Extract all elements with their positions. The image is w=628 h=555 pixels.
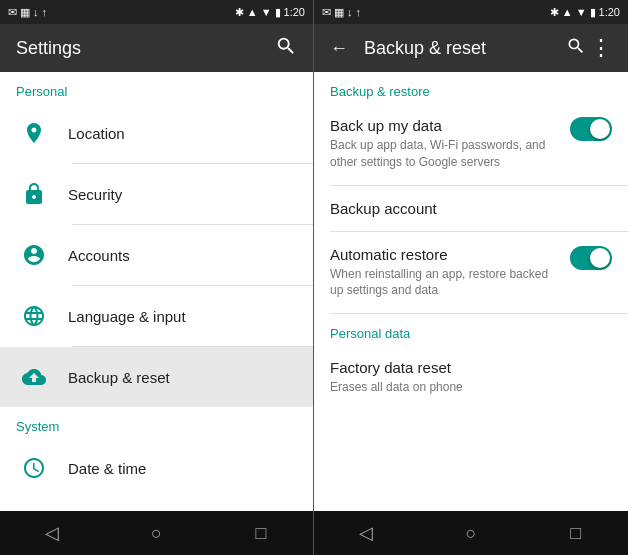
auto-restore-text: Automatic restore When reinstalling an a… (330, 246, 560, 300)
battery-icon-right: ▮ (590, 6, 596, 19)
detail-item-backup-account[interactable]: Backup account (314, 186, 628, 231)
location-icon (16, 115, 52, 151)
backup-label: Backup & reset (68, 369, 297, 386)
backup-account-title: Backup account (330, 200, 612, 217)
signal-icon: ▲ (247, 6, 258, 18)
right-panel: ✉ ▦ ↓ ↑ ✱ ▲ ▼ ▮ 1:20 ← Backup & reset ⋮ … (314, 0, 628, 555)
page-title-left: Settings (16, 38, 267, 59)
backup-data-title: Back up my data (330, 117, 560, 134)
wifi-icon-right: ▦ (334, 6, 344, 19)
msg-icon: ✉ (8, 6, 17, 19)
detail-list: Backup & restore Back up my data Back up… (314, 72, 628, 511)
datetime-text: Date & time (68, 460, 297, 477)
recent-button-left[interactable]: □ (209, 523, 313, 544)
security-text: Security (68, 186, 297, 203)
nav-bar-left: ◁ ○ □ (0, 511, 313, 555)
accounts-text: Accounts (68, 247, 297, 264)
settings-list: Personal Location Security (0, 72, 313, 511)
search-icon-left[interactable] (275, 35, 297, 62)
sidebar-item-security[interactable]: Security (0, 164, 313, 224)
system-icons-right: ✱ ▲ ▼ ▮ 1:20 (550, 6, 620, 19)
msg-icon-right: ✉ (322, 6, 331, 19)
accounts-icon (16, 237, 52, 273)
language-text: Language & input (68, 308, 297, 325)
section-system: System (0, 407, 313, 438)
back-arrow-icon[interactable]: ← (330, 38, 348, 59)
toggle-knob-restore (590, 248, 610, 268)
auto-restore-toggle[interactable] (570, 246, 612, 270)
language-icon (16, 298, 52, 334)
nav-bar-right: ◁ ○ □ (314, 511, 628, 555)
security-icon (16, 176, 52, 212)
recent-button-right[interactable]: □ (523, 523, 628, 544)
location-label: Location (68, 125, 297, 142)
system-icons: ✱ ▲ ▼ ▮ 1:20 (235, 6, 305, 19)
detail-item-auto-restore[interactable]: Automatic restore When reinstalling an a… (314, 232, 628, 314)
time-right: 1:20 (599, 6, 620, 18)
back-button-right[interactable]: ◁ (314, 522, 419, 544)
time-left: 1:20 (284, 6, 305, 18)
language-label: Language & input (68, 308, 297, 325)
backup-data-text: Back up my data Back up app data, Wi-Fi … (330, 117, 560, 171)
back-button-left[interactable]: ◁ (0, 522, 104, 544)
detail-item-factory-reset[interactable]: Factory data reset Erases all data on ph… (314, 345, 628, 410)
toolbar-left: Settings (0, 24, 313, 72)
wifi-strength-right: ▼ (576, 6, 587, 18)
backup-text: Backup & reset (68, 369, 297, 386)
clock-icon (16, 450, 52, 486)
battery-icon: ▮ (275, 6, 281, 19)
location-text: Location (68, 125, 297, 142)
toolbar-right: ← Backup & reset ⋮ (314, 24, 628, 72)
upload-icon-right: ↑ (356, 6, 362, 18)
security-label: Security (68, 186, 297, 203)
section-personal-data: Personal data (314, 314, 628, 345)
left-panel: ✉ ▦ ↓ ↑ ✱ ▲ ▼ ▮ 1:20 Settings Personal (0, 0, 314, 555)
section-personal: Personal (0, 72, 313, 103)
download-icon-right: ↓ (347, 6, 353, 18)
signal-icon-right: ▲ (562, 6, 573, 18)
status-bar-left: ✉ ▦ ↓ ↑ ✱ ▲ ▼ ▮ 1:20 (0, 0, 313, 24)
wifi-icon: ▦ (20, 6, 30, 19)
detail-item-backup-data[interactable]: Back up my data Back up app data, Wi-Fi … (314, 103, 628, 185)
auto-restore-subtitle: When reinstalling an app, restore backed… (330, 266, 560, 300)
sidebar-item-accounts[interactable]: Accounts (0, 225, 313, 285)
accounts-label: Accounts (68, 247, 297, 264)
section-backup-restore: Backup & restore (314, 72, 628, 103)
sidebar-item-location[interactable]: Location (0, 103, 313, 163)
page-title-right: Backup & reset (364, 38, 558, 59)
backup-data-subtitle: Back up app data, Wi-Fi passwords, and o… (330, 137, 560, 171)
sidebar-item-language[interactable]: Language & input (0, 286, 313, 346)
search-icon-right[interactable] (566, 36, 586, 61)
home-button-right[interactable]: ○ (419, 523, 524, 544)
upload-icon: ↑ (42, 6, 48, 18)
backup-data-toggle[interactable] (570, 117, 612, 141)
status-bar-right: ✉ ▦ ↓ ↑ ✱ ▲ ▼ ▮ 1:20 (314, 0, 628, 24)
wifi-strength-icon: ▼ (261, 6, 272, 18)
notification-icons: ✉ ▦ ↓ ↑ (8, 6, 47, 19)
toggle-knob-backup (590, 119, 610, 139)
bluetooth-icon-right: ✱ (550, 6, 559, 19)
datetime-label: Date & time (68, 460, 297, 477)
download-icon: ↓ (33, 6, 39, 18)
auto-restore-title: Automatic restore (330, 246, 560, 263)
bluetooth-icon: ✱ (235, 6, 244, 19)
factory-reset-subtitle: Erases all data on phone (330, 379, 560, 396)
factory-reset-title: Factory data reset (330, 359, 612, 376)
notification-icons-right: ✉ ▦ ↓ ↑ (322, 6, 361, 19)
backup-icon (16, 359, 52, 395)
more-icon[interactable]: ⋮ (590, 35, 612, 61)
home-button-left[interactable]: ○ (104, 523, 208, 544)
sidebar-item-backup[interactable]: Backup & reset (0, 347, 313, 407)
sidebar-item-datetime[interactable]: Date & time (0, 438, 313, 498)
